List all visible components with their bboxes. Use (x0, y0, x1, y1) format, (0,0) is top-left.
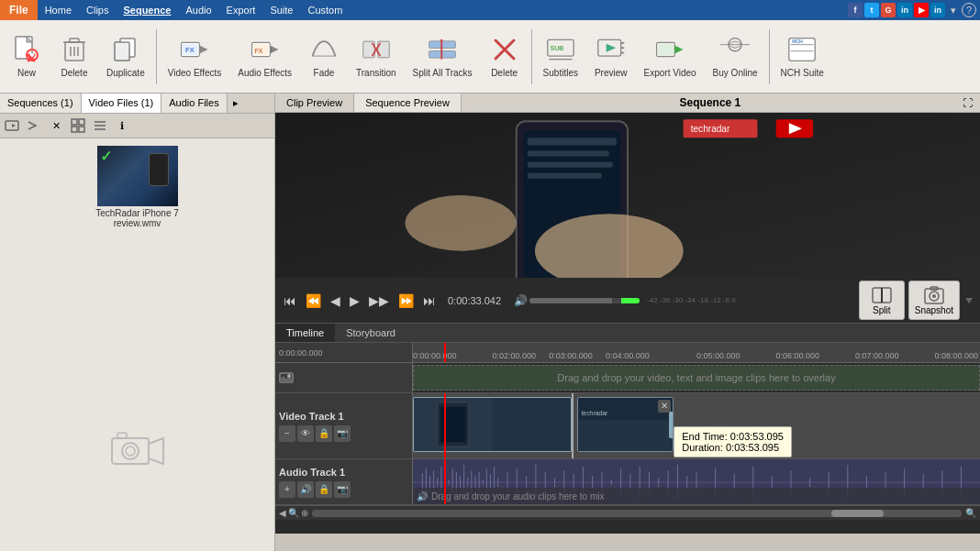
zoom-out-btn[interactable]: 🔍 (288, 508, 299, 518)
skip-end-btn[interactable]: ⏭ (420, 292, 439, 310)
clips-menu[interactable]: Clips (79, 0, 116, 20)
svg-point-61 (122, 443, 139, 459)
audio-track-camera[interactable]: 📷 (334, 481, 351, 498)
storyboard-tab[interactable]: Storyboard (335, 324, 406, 342)
video-effects-icon: FX (180, 35, 209, 64)
play-btn[interactable]: ▶ (347, 292, 362, 310)
preview-area: Clip Preview Sequence Preview Sequence 1… (275, 94, 980, 323)
audio-track-buttons: + 🔊 🔒 📷 (279, 481, 408, 498)
video-track-minus[interactable]: − (279, 425, 295, 442)
video-track-camera[interactable]: 📷 (334, 425, 351, 442)
overlay-controls (275, 363, 413, 392)
panel-view-btn[interactable] (2, 116, 22, 136)
panel-view2-btn[interactable] (24, 116, 44, 136)
facebook-icon[interactable]: f (848, 3, 863, 17)
svg-rect-71 (528, 162, 613, 168)
overlay-drop-zone: Drag and drop your video, text and image… (413, 365, 980, 391)
scroll-thumb[interactable] (831, 510, 884, 517)
svg-rect-44 (658, 43, 674, 54)
preview-button[interactable]: Preview (587, 24, 635, 90)
export-video-button[interactable]: Export Video (637, 24, 704, 90)
buy-online-button[interactable]: Buy Online (706, 24, 765, 90)
timeline-area: Timeline Storyboard 0:00:00.000 0:00:00.… (275, 323, 980, 534)
duplicate-button[interactable]: Duplicate (99, 24, 152, 90)
ruler-mark-6: 0:07:00.000 (855, 351, 899, 360)
video-clip-2[interactable]: techradar ✕ ⋮ (577, 397, 674, 452)
audio-track-lock[interactable]: 🔒 (316, 481, 332, 498)
svg-rect-72 (528, 173, 602, 179)
panel-close-btn[interactable]: ✕ (46, 116, 66, 136)
clip-close-btn[interactable]: ✕ (658, 400, 671, 413)
next-frame-btn[interactable]: ⏩ (395, 292, 417, 310)
clip-split-1 (572, 393, 574, 458)
expand-icon[interactable]: ▾ (951, 5, 956, 17)
audio-files-tab[interactable]: Audio Files (161, 94, 227, 113)
video-effects-button[interactable]: FX Video Effects (161, 24, 229, 90)
file-menu[interactable]: File (0, 0, 38, 20)
scroll-right-btn[interactable]: 🔍 (965, 508, 976, 518)
panel-list-btn[interactable] (90, 116, 110, 136)
audio-effects-button[interactable]: FX Audio Effects (230, 24, 299, 90)
delete-button[interactable]: Delete (51, 24, 97, 90)
custom-menu[interactable]: Custom (300, 0, 350, 20)
scroll-left-btn[interactable]: ◀ (279, 508, 286, 518)
rewind-btn[interactable]: ◀ (328, 292, 343, 310)
help-icon[interactable]: ? (962, 3, 976, 17)
youtube-icon[interactable]: ▶ (914, 3, 929, 17)
video-files-tab[interactable]: Video Files (1) (82, 94, 162, 113)
panel-tab-arrow[interactable]: ▸ (228, 94, 244, 113)
sep2 (531, 29, 532, 84)
video-track-eye[interactable]: 👁 (297, 425, 314, 442)
prev-frame-btn[interactable]: ⏪ (303, 292, 324, 310)
panel-grid-btn[interactable] (68, 116, 88, 136)
preview-expand-btn[interactable]: ⛶ (959, 94, 976, 112)
tooltip-duration: Duration: 0:03:53.095 (682, 442, 784, 453)
time-display: 0:00:33.042 (448, 295, 501, 306)
export-video-label: Export Video (644, 68, 696, 79)
buy-online-label: Buy Online (713, 68, 758, 79)
social-icons: f t G in ▶ in ▾ ? (848, 3, 980, 17)
speaker-icon: 🔊 (417, 491, 428, 501)
snapshot-button[interactable]: Snapshot (908, 281, 960, 320)
zoom-in-btn[interactable]: ⊕ (301, 508, 308, 518)
skip-start-btn[interactable]: ⏮ (281, 292, 299, 310)
video-clip-1[interactable] (413, 397, 572, 452)
fade-icon (309, 35, 339, 64)
delete2-button[interactable]: Delete (482, 24, 528, 90)
linkedin-icon[interactable]: in (897, 3, 912, 17)
scroll-track[interactable] (312, 510, 962, 517)
new-button[interactable]: New (4, 24, 50, 90)
split-button[interactable]: Split (859, 281, 905, 320)
audio-menu[interactable]: Audio (178, 0, 218, 20)
video-track-lock[interactable]: 🔒 (316, 425, 332, 442)
sequences-tab[interactable]: Sequences (1) (0, 94, 82, 113)
nch-suite-button[interactable]: NCH NCH Suite (774, 24, 831, 90)
home-menu[interactable]: Home (38, 0, 79, 20)
twitter-icon[interactable]: t (864, 3, 879, 17)
sequence-preview-tab[interactable]: Sequence Preview (353, 94, 462, 112)
playhead-ruler (444, 343, 446, 362)
audio-track-speaker[interactable]: 🔊 (297, 481, 314, 498)
audio-track-plus[interactable]: + (279, 481, 295, 498)
split-all-tracks-button[interactable]: Split All Tracks (406, 24, 480, 90)
linkedin2-icon[interactable]: in (930, 3, 945, 17)
suite-menu[interactable]: Suite (262, 0, 300, 20)
svg-rect-7 (70, 39, 79, 42)
transition-button[interactable]: Transition (349, 24, 404, 90)
snapshot-dropdown[interactable] (963, 281, 974, 320)
clip-preview-tab[interactable]: Clip Preview (275, 94, 353, 112)
panel-info-btn[interactable]: ℹ (112, 116, 132, 136)
sequence-menu[interactable]: Sequence (116, 0, 178, 20)
forward-btn[interactable]: ▶▶ (366, 292, 392, 310)
svg-point-74 (405, 195, 516, 251)
export-menu[interactable]: Export (219, 0, 263, 20)
video-preview: techradar (275, 113, 980, 278)
timeline-tab[interactable]: Timeline (275, 324, 335, 342)
ruler-mark-5: 0:06:00.000 (776, 351, 820, 360)
fade-button[interactable]: Fade (301, 24, 347, 90)
clip-thumbnail[interactable]: ✓ TechRadar iPhone 7review.wmv (4, 142, 271, 232)
subtitles-button[interactable]: SUB Subtitles (536, 24, 585, 90)
audio-drop-text: Drag and drop your audio clips here to m… (431, 491, 604, 501)
volume-slider[interactable] (529, 298, 640, 303)
google-icon[interactable]: G (881, 3, 896, 17)
